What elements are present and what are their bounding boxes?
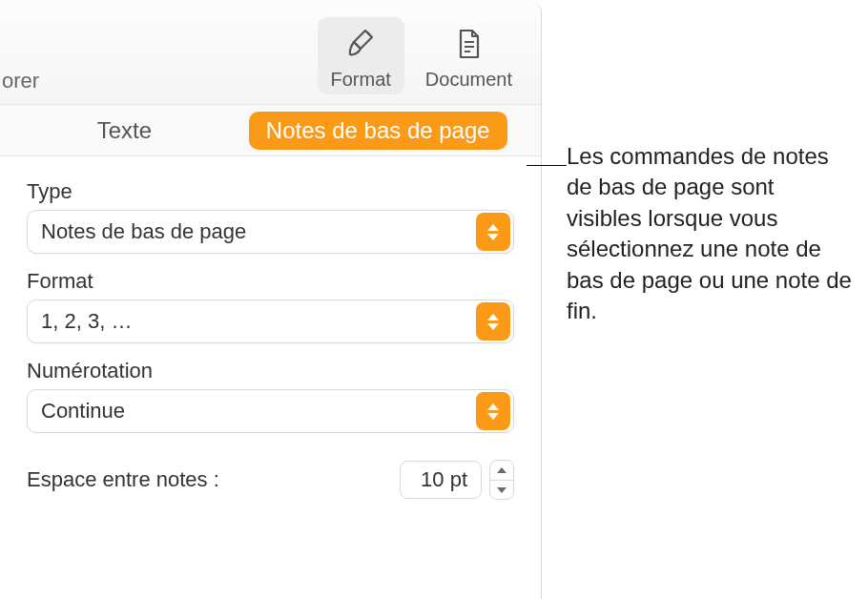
type-value: Notes de bas de page — [28, 219, 476, 244]
stepper-buttons — [489, 460, 514, 500]
format-value: 1, 2, 3, … — [28, 309, 476, 334]
tab-text[interactable]: Texte — [0, 110, 249, 152]
updown-icon — [476, 302, 510, 341]
spacing-stepper: 10 pt — [400, 460, 514, 500]
type-select[interactable]: Notes de bas de page — [27, 210, 514, 254]
callout-text: Les commandes de notes de bas de page so… — [567, 141, 853, 326]
spacing-row: Espace entre notes : 10 pt — [27, 460, 514, 500]
chevron-up-icon — [497, 467, 506, 473]
numbering-value: Continue — [28, 399, 476, 423]
chevron-down-icon — [497, 487, 506, 493]
inspector-panel: orer Format Docu — [0, 0, 542, 599]
tab-footnotes[interactable]: Notes de bas de page — [249, 112, 507, 150]
stepper-up-button[interactable] — [490, 461, 513, 480]
document-icon — [447, 23, 489, 65]
format-label: Format — [331, 69, 391, 91]
format-label: Format — [27, 269, 514, 294]
format-group: Format 1, 2, 3, … — [27, 269, 514, 343]
tab-footnotes-label: Notes de bas de page — [266, 117, 490, 144]
toolbar: orer Format Docu — [0, 0, 541, 105]
numbering-group: Numérotation Continue — [27, 359, 514, 433]
document-label: Document — [425, 69, 512, 91]
type-group: Type Notes de bas de page — [27, 179, 514, 254]
paintbrush-icon — [340, 23, 382, 65]
tab-text-label: Texte — [97, 117, 152, 144]
numbering-label: Numérotation — [27, 359, 514, 383]
spacing-label: Espace entre notes : — [27, 467, 219, 492]
content-area: Type Notes de bas de page Format 1, 2, 3… — [0, 156, 541, 523]
format-button[interactable]: Format — [318, 17, 404, 94]
spacing-value[interactable]: 10 pt — [400, 461, 482, 499]
callout-leader-line — [527, 165, 567, 166]
document-button[interactable]: Document — [412, 17, 526, 94]
stepper-down-button[interactable] — [490, 480, 513, 499]
numbering-select[interactable]: Continue — [27, 389, 514, 433]
toolbar-left-label: orer — [2, 69, 39, 93]
tabs: Texte Notes de bas de page — [0, 105, 541, 156]
toolbar-left: orer — [15, 17, 310, 93]
updown-icon — [476, 392, 510, 430]
updown-icon — [476, 213, 510, 251]
format-select[interactable]: 1, 2, 3, … — [27, 300, 514, 343]
type-label: Type — [27, 179, 514, 204]
